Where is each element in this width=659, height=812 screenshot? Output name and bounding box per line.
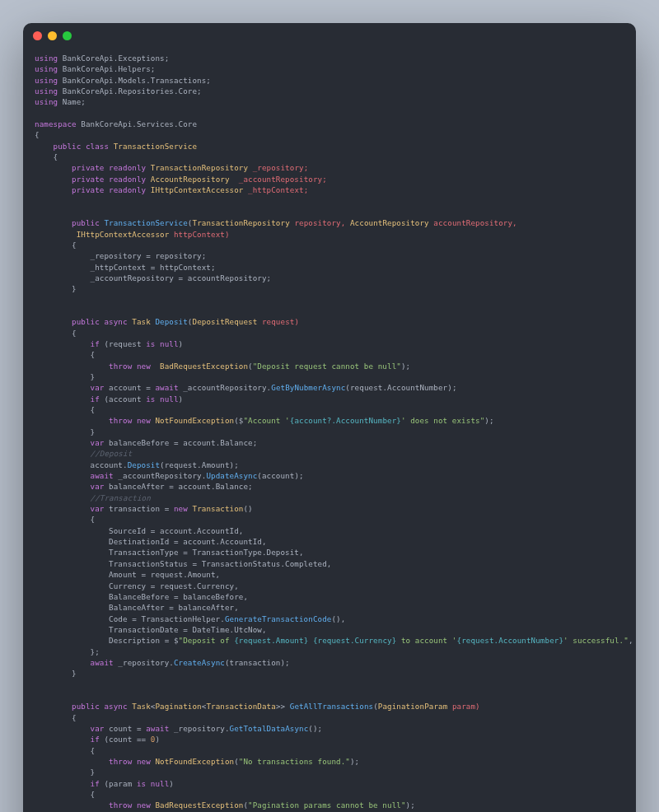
code-token: if <box>35 735 100 744</box>
code-token: TransactionData <box>206 702 275 711</box>
code-area[interactable]: using BankCoreApi.Exceptions; using Bank… <box>23 48 636 812</box>
code-token: TransactionService <box>114 142 197 151</box>
code-token: BankCoreApi.Models.Transactions; <box>58 76 211 85</box>
code-token: BankCoreApi.Exceptions; <box>58 54 169 63</box>
code-token: is null <box>146 339 178 348</box>
code-token: _httpContext = httpContext; <box>35 263 216 272</box>
code-token: { <box>35 329 77 338</box>
code-token: ' does not exists" <box>401 416 484 425</box>
code-token: public <box>35 218 104 227</box>
code-token: httpContext) <box>169 230 229 239</box>
code-token: throw new <box>35 757 155 766</box>
code-token: AccountRepository <box>350 218 429 227</box>
code-token: accountRepository, <box>429 218 517 227</box>
code-token: "Deposit request cannot be null" <box>253 362 401 371</box>
code-token: //Deposit <box>35 449 132 458</box>
code-token: if <box>35 394 100 404</box>
code-token: } <box>35 768 95 777</box>
code-token: UpdateAsync <box>206 471 257 480</box>
code-token: TransactionDate = DateTime.UtcNow, <box>35 625 267 634</box>
code-token: PaginationParam <box>378 702 447 711</box>
code-token: (account); <box>257 471 303 480</box>
code-token: {request.Amount} <box>234 636 308 645</box>
code-token: {request.Currency} <box>313 636 396 645</box>
code-token: BankCoreApi.Helpers; <box>58 64 155 73</box>
code-token: "No transactions found." <box>239 757 350 766</box>
code-token: _repository. <box>169 724 229 733</box>
code-token: "Pagination params cannot be null" <box>248 800 405 810</box>
code-token: await <box>155 383 178 392</box>
code-token: GetByNubmerAsync <box>271 383 345 392</box>
code-token: {request.AccountNumber} <box>457 636 564 645</box>
code-token: await <box>35 471 114 480</box>
code-token: if <box>35 779 100 788</box>
code-token: account = <box>104 383 155 392</box>
code-token: await <box>146 724 169 733</box>
code-token: "Deposit of <box>179 636 235 645</box>
code-token: _accountRepository = accountRepository; <box>35 273 271 282</box>
code-token: BadRequestException <box>160 362 248 371</box>
code-token: NotFoundException <box>155 416 234 425</box>
code-token: { <box>35 515 95 524</box>
code-token: { <box>35 130 40 139</box>
code-token: AccountRepository <box>151 175 230 184</box>
code-token: ($ <box>234 416 243 425</box>
code-token: _accountRepository. <box>114 471 207 480</box>
code-token: SourceId = account.AccountId, <box>35 526 243 535</box>
code-token: //Transaction <box>35 493 151 502</box>
code-token: var <box>35 724 104 733</box>
code-token: throw new <box>35 800 155 810</box>
code-token: } <box>35 372 95 381</box>
code-token: transaction = <box>104 504 173 513</box>
maximize-icon[interactable] <box>63 31 72 40</box>
code-token: TransactionType = TransactionType.Deposi… <box>35 548 304 557</box>
code-token: _repository. <box>114 658 174 667</box>
code-token: new <box>174 504 193 513</box>
code-token: to account ' <box>396 636 456 645</box>
code-token: var <box>35 383 104 392</box>
close-icon[interactable] <box>33 31 42 40</box>
code-token: account. <box>35 460 128 469</box>
code-token: Task <box>132 317 155 326</box>
code-token: Deposit <box>155 317 187 326</box>
code-token: DestinationId = account.AccountId, <box>35 537 267 546</box>
code-token: { <box>35 152 58 161</box>
titlebar <box>23 23 636 48</box>
code-token: var <box>35 482 104 491</box>
code-token: (account <box>100 394 146 404</box>
code-token: using <box>35 97 58 106</box>
code-token: _accountRepository; <box>230 175 327 184</box>
code-token: IHttpContextAccessor <box>151 185 244 194</box>
code-token <box>35 230 77 239</box>
code-token: ); <box>401 362 410 371</box>
code-token: BankCoreApi.Repositories.Core; <box>58 86 202 96</box>
code-token: using <box>35 54 58 63</box>
code-token: GetTotalDataAsync <box>230 724 309 733</box>
code-token: var <box>35 504 104 513</box>
code-token: } <box>35 669 77 678</box>
code-token: }; <box>35 647 100 656</box>
code-token: Code = TransactionHelper. <box>35 614 225 623</box>
code-token: IHttpContextAccessor <box>77 230 170 239</box>
code-token: } <box>35 427 95 436</box>
minimize-icon[interactable] <box>48 31 57 40</box>
code-token: await <box>35 658 114 667</box>
code-token: _accountRepository. <box>179 383 272 392</box>
code-token: throw new <box>35 362 160 371</box>
code-token: public class <box>35 142 114 151</box>
code-token: using <box>35 64 58 73</box>
code-token: Amount = request.Amount, <box>35 570 220 579</box>
code-token: { <box>35 790 95 799</box>
code-token: ) <box>179 394 184 404</box>
code-token: is null <box>146 394 178 404</box>
code-token: _repository; <box>248 163 308 172</box>
code-token: ) <box>179 339 184 348</box>
code-token: balanceBefore = account.Balance; <box>104 438 257 447</box>
code-token: (transaction); <box>225 658 290 667</box>
code-token: {account?.AccountNumber} <box>290 416 401 425</box>
code-token: private readonly <box>35 175 151 184</box>
code-token: DepositRequest <box>193 317 258 326</box>
code-token: (request.Amount); <box>160 460 239 469</box>
code-token: Deposit <box>128 460 160 469</box>
code-token: repository, <box>290 218 350 227</box>
